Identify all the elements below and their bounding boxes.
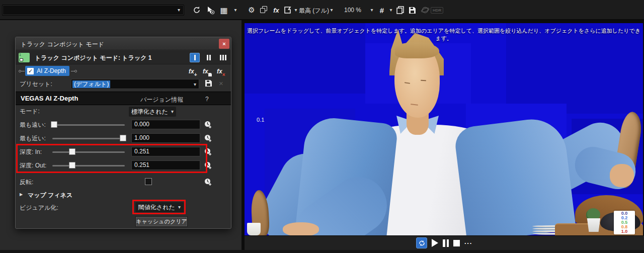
version-info-link[interactable]: バージョン情報: [140, 96, 183, 104]
play-button[interactable]: [432, 239, 438, 247]
zoom-level-value[interactable]: 100 %: [344, 7, 361, 14]
preset-label: プリセット:: [20, 80, 52, 89]
slider-row-depth-in: 深度: In: 0.251: [16, 145, 231, 158]
chevron-down-icon: ▾: [194, 81, 196, 88]
video-preview-area: 選択フレームをドラッグして、前景オブジェクトを特定します。追加のエリアを特定して…: [245, 20, 644, 253]
slider-value-field[interactable]: 1.000: [131, 133, 200, 143]
docked-panel-area: トラック コンポジット モード × 1 トラック コンポジット モード: トラッ…: [0, 20, 242, 253]
invert-label: 反転:: [20, 178, 33, 187]
animate-keyframe-icon[interactable]: [204, 121, 212, 131]
animate-keyframe-icon[interactable]: [204, 178, 212, 188]
split-screen-icon[interactable]: [259, 5, 270, 16]
scale-entry: 1.0: [614, 229, 635, 234]
add-effect-icon[interactable]: fx+: [189, 66, 201, 75]
preview-quality-value[interactable]: 最高 (フル): [299, 7, 329, 15]
layout-grid-chevron-icon[interactable]: ▾: [230, 5, 241, 16]
person-right-hand: [610, 164, 634, 187]
mode-row: モード: 標準化された ▾: [16, 106, 231, 118]
plugin-header: VEGAS AI Z-Depth バージョン情報 ?: [16, 92, 231, 105]
chain-view-1-button[interactable]: [190, 53, 200, 62]
animate-keyframe-icon[interactable]: [204, 134, 212, 144]
delete-preset-icon: ×: [219, 79, 223, 88]
visualization-dropdown[interactable]: 閾値化された ▾: [135, 202, 184, 212]
save-snapshot-icon[interactable]: [407, 5, 418, 16]
dialog-titlebar[interactable]: トラック コンポジット モード ×: [16, 37, 231, 50]
slider-thumb[interactable]: [69, 162, 75, 168]
effect-chip-ai-z-depth[interactable]: ✓ AI Z-Depth: [25, 66, 69, 76]
cursor-play-tool-icon[interactable]: [205, 5, 216, 16]
preview-quality-chevron-icon[interactable]: ▾: [326, 5, 337, 16]
loop-playback-button[interactable]: [416, 237, 427, 248]
tool-dropdown[interactable]: ▾: [2, 5, 184, 16]
effect-enabled-checkbox[interactable]: ✓: [27, 68, 34, 74]
effect-name: AI Z-Depth: [37, 67, 66, 74]
track-thumbnail-icon: 1: [19, 53, 30, 62]
map-fineness-section[interactable]: ▶ マップ フィネス: [16, 190, 231, 200]
gear-icon[interactable]: ⚙: [246, 5, 257, 16]
slider-row-farthest: 最も遠い: 0.000: [16, 118, 231, 131]
clear-cache-button[interactable]: キャッシュのクリア: [135, 216, 188, 227]
mode-value: 標準化された: [131, 108, 168, 116]
hdr-icon: HDR: [431, 7, 443, 14]
map-fineness-label: マップ フィネス: [28, 191, 72, 200]
transport-bar: ···: [245, 235, 644, 250]
save-preset-icon[interactable]: [205, 79, 212, 89]
video-preview-frame[interactable]: 選択フレームをドラッグして、前景オブジェクトを特定します。追加のエリアを特定して…: [245, 23, 643, 235]
dialog-title: トラック コンポジット モード: [21, 40, 104, 49]
slider-label: 深度: In:: [20, 148, 42, 156]
invert-checkbox[interactable]: [145, 178, 152, 185]
visualization-row: ビジュアル化: 閾値化された ▾: [16, 202, 231, 214]
vr-360-icon: [420, 5, 431, 16]
help-icon[interactable]: ?: [205, 96, 209, 103]
chain-link: [21, 71, 25, 71]
copy-snapshot-icon[interactable]: [394, 5, 406, 16]
visualization-label: ビジュアル化:: [20, 204, 58, 212]
slider-label: 最も遠い:: [20, 121, 46, 129]
slider-value-field[interactable]: 0.251: [131, 147, 200, 156]
track-composite-mode-dialog: トラック コンポジット モード × 1 トラック コンポジット モード: トラッ…: [15, 37, 231, 229]
slider-row-nearest: 最も近い: 1.000: [16, 132, 231, 145]
instruction-overlay-text: 選択フレームをドラッグして、前景オブジェクトを特定します。追加のエリアを特定して…: [245, 27, 643, 42]
video-fx-icon[interactable]: fx: [271, 5, 282, 16]
animate-keyframe-icon[interactable]: [204, 161, 212, 172]
slider-value-field[interactable]: 0.000: [131, 120, 200, 129]
slider-value-field[interactable]: 0.251: [131, 160, 200, 170]
plugin-name: VEGAS AI Z-Depth: [21, 95, 78, 102]
status-strip: [0, 250, 644, 253]
composite-header-row: 1 トラック コンポジット モード: トラック 1: [16, 51, 231, 64]
white-cup: [247, 223, 261, 235]
slider-track[interactable]: [52, 138, 125, 139]
chain-node-icon: [74, 70, 77, 72]
zoom-chevron-icon[interactable]: ▾: [366, 5, 377, 16]
effect-chain-row: ✓ AI Z-Depth fx+ fx fx×: [16, 64, 231, 77]
slider-thumb[interactable]: [69, 148, 75, 155]
chain-view-3-button[interactable]: [218, 53, 228, 62]
refresh-icon[interactable]: [191, 5, 202, 16]
slider-track[interactable]: [52, 124, 125, 126]
animate-keyframe-icon[interactable]: [204, 148, 212, 158]
remove-effect-icon[interactable]: fx×: [217, 66, 229, 75]
slider-row-depth-out: 深度: Out: 0.251: [16, 159, 231, 172]
close-icon[interactable]: ×: [219, 39, 229, 49]
top-toolbar: ▾ ▦ ▾ ⚙ fx ▾ 最高 (フル) ▾ 100 % ▾ # ▾ HDR: [0, 0, 644, 20]
chevron-down-icon: ▾: [178, 204, 181, 210]
layout-grid-icon[interactable]: ▦: [218, 5, 229, 16]
stop-button[interactable]: [453, 240, 460, 246]
collapse-arrow-icon[interactable]: ▶: [20, 192, 23, 197]
invert-row: 反転:: [16, 176, 231, 189]
pause-button[interactable]: [443, 239, 449, 247]
slider-track[interactable]: [52, 151, 125, 153]
slider-thumb[interactable]: [51, 121, 57, 128]
save-effect-package-icon[interactable]: fx: [203, 66, 215, 75]
chevron-down-icon: ▾: [171, 109, 174, 115]
slider-track[interactable]: [52, 165, 125, 166]
person-shirt-right: [453, 116, 576, 235]
preset-dropdown[interactable]: (デフォルト) ▾: [71, 79, 199, 89]
slider-thumb[interactable]: [120, 135, 126, 141]
chain-view-2-button[interactable]: [204, 53, 214, 62]
depth-value-overlay: 0.1: [257, 117, 264, 123]
mode-dropdown[interactable]: 標準化された ▾: [129, 107, 176, 117]
app-window: ▾ ▦ ▾ ⚙ fx ▾ 最高 (フル) ▾ 100 % ▾ # ▾ HDR: [0, 0, 644, 253]
more-options-icon[interactable]: ···: [464, 239, 472, 247]
chain-link: [71, 71, 74, 71]
